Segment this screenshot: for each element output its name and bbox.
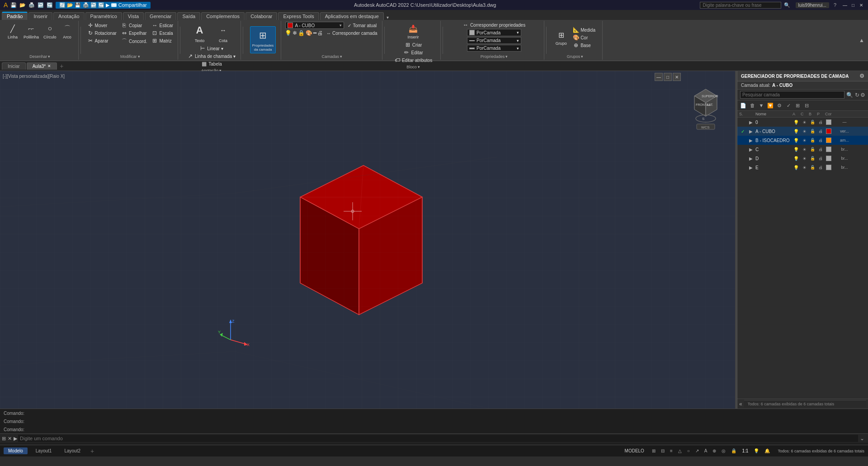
layer-freeze-c[interactable]: ☀ [801, 147, 808, 152]
btn-editar-atributos[interactable]: 🏷 Editar atributos [392, 57, 434, 64]
layer-print-d[interactable]: 🖨 [817, 156, 824, 161]
layer-search-input[interactable] [740, 91, 844, 99]
tab-padrao[interactable]: Padrão [2, 12, 28, 20]
status-workspace-btn[interactable]: 🔔 [763, 448, 771, 454]
minimize-btn[interactable]: — [842, 2, 848, 8]
btn-concord[interactable]: ⌒ Concord. [119, 37, 149, 46]
maximize-btn[interactable]: □ [850, 2, 856, 8]
tab-express[interactable]: Express Tools [278, 12, 319, 20]
tab-layout1[interactable]: Layout1 [31, 447, 57, 454]
tab-layout2[interactable]: Layout2 [60, 447, 85, 454]
layer-print-e[interactable]: 🖨 [817, 165, 824, 170]
ribbon-overflow[interactable]: ▾ [387, 15, 389, 20]
layer-expand-0[interactable]: ▶ [747, 120, 755, 125]
group-camadas-expand[interactable]: ▾ [340, 54, 342, 59]
btn-corresponder-camada[interactable]: ↔ Corresponder camada [325, 30, 379, 36]
layer-name-0[interactable]: 0 [755, 120, 792, 125]
layer-lock-d[interactable]: 🔓 [809, 156, 816, 161]
layer-lock-c[interactable]: 🔓 [809, 147, 816, 152]
tab-gerenciar[interactable]: Gerenciar [145, 12, 176, 20]
layer-color-biso[interactable] [825, 138, 832, 143]
status-ortho-btn[interactable]: ≡ [669, 448, 674, 454]
btn-tornar-atual[interactable]: ✓ Tornar atual [346, 23, 378, 29]
prop-corresponder-label[interactable]: Corresponder propriedades [470, 23, 525, 28]
user-badge[interactable]: luis99henrui... [796, 2, 829, 8]
layer-vis-icon[interactable]: 💡 [285, 30, 292, 36]
group-desenhar-expand[interactable]: ▾ [48, 54, 50, 59]
group-desenhar-label[interactable]: Desenhar ▾ [5, 54, 75, 59]
layer-row-0[interactable]: ▶ 0 💡 ☀ 🔓 🖨 — [737, 118, 868, 127]
layer-row-c[interactable]: ▶ C 💡 ☀ 🔓 🖨 br... [737, 145, 868, 154]
layer-refresh-icon[interactable]: ↻ [855, 92, 859, 98]
group-bloco-expand[interactable]: ▾ [418, 65, 420, 69]
tab-colaborar[interactable]: Colaborar [245, 12, 277, 20]
layer-expand-e[interactable]: ▶ [747, 165, 755, 170]
layer-expand-biso[interactable]: ▶ [747, 138, 755, 143]
tab-inserir[interactable]: Inserir [28, 12, 52, 20]
layer-row-d[interactable]: ▶ D 💡 ☀ 🔓 🖨 br... [737, 154, 868, 163]
quick-access-share[interactable]: 🔄 📂 💾 🖨️ ↩️ ↪️ ▶ ✉️ Compartilhar [56, 2, 150, 9]
status-snap-btn[interactable]: ⊟ [660, 448, 666, 454]
btn-criar[interactable]: ⊞ Criar [403, 41, 424, 48]
layer-on-0[interactable]: 💡 [793, 120, 800, 125]
command-input-end[interactable]: ⌄ [858, 435, 866, 442]
layer-on-e[interactable]: 💡 [793, 165, 800, 170]
layer-freeze-icon[interactable]: ❄ [292, 30, 297, 36]
btn-espelhar[interactable]: ⇔ Espelhar [119, 29, 149, 37]
layer-print-biso[interactable]: 🖨 [817, 138, 824, 143]
btn-copiar[interactable]: ⎘ Copiar [119, 22, 149, 29]
layer-color-d[interactable] [825, 156, 832, 161]
btn-esticar[interactable]: ↔ Esticar [150, 22, 175, 29]
group-propriedades-label[interactable]: Propriedades ▾ [448, 54, 541, 59]
porcamada-3-arrow[interactable]: ▾ [517, 46, 519, 51]
layer-lock-e[interactable]: 🔓 [809, 165, 816, 170]
layer-expand-btn[interactable]: ⊞ [793, 101, 802, 109]
search-input[interactable] [700, 2, 781, 9]
layer-color-e[interactable] [825, 165, 832, 170]
btn-linear[interactable]: ⊢ Linear ▾ [198, 45, 225, 52]
tab-aula3[interactable]: Aula3* ✕ [27, 62, 57, 70]
layer-freeze-acubo[interactable]: ☀ [801, 129, 808, 134]
tab-saida[interactable]: Saída [177, 12, 200, 20]
layer-expand-acubo[interactable]: ▶ [747, 129, 755, 134]
porcamada-dropdown-3[interactable]: PorCamada ▾ [467, 45, 521, 52]
layer-name-biso[interactable]: B - ISOCAEDRO [755, 138, 792, 143]
layer-print-icon[interactable]: 🖨 [317, 30, 323, 36]
porcamada-2-arrow[interactable]: ▾ [517, 38, 519, 43]
layer-new-btn[interactable]: 📄 [739, 101, 747, 109]
command-text-input[interactable] [18, 435, 858, 442]
btn-cor[interactable]: 🎨 Cor [571, 34, 597, 41]
layer-color-0[interactable] [825, 119, 832, 125]
layer-freeze-d[interactable]: ☀ [801, 156, 808, 161]
layer-row-acubo[interactable]: ✓ ▶ A - CUBO 💡 ☀ 🔓 🖨 ver... [737, 127, 868, 136]
btn-polilinha[interactable]: ⌐⌐ Polilinha [22, 22, 41, 41]
btn-aparar[interactable]: ✂ Aparar [85, 37, 118, 44]
quick-access-print[interactable]: 🖨️ [28, 2, 35, 8]
quick-access-redo[interactable]: ↪️ [47, 2, 53, 8]
porcamada-dropdown-1[interactable]: PorCamada ▾ [467, 29, 521, 36]
layer-filter2-btn[interactable]: 🔽 [766, 101, 774, 109]
btn-rotacionar[interactable]: ↻ Rotacionar [85, 29, 118, 37]
btn-editar[interactable]: ✏ Editar [401, 49, 425, 56]
layer-name-acubo[interactable]: A - CUBO [755, 129, 792, 134]
status-scale-btn[interactable]: 1:1 [741, 448, 750, 454]
status-dyn-btn[interactable]: ⊕ [711, 448, 717, 454]
btn-mover[interactable]: ✛ Mover [85, 22, 118, 29]
add-tab-btn[interactable]: + [58, 62, 65, 70]
collapse-panel-left[interactable]: « [739, 401, 742, 407]
porcamada-1-arrow[interactable]: ▾ [517, 30, 519, 35]
btn-grupo[interactable]: ⊞ Grupo [553, 28, 569, 47]
canvas-area[interactable]: [-][Vista personalizada][Raio X] — □ ✕ [0, 71, 735, 409]
quick-access-save[interactable]: 💾 [10, 2, 17, 8]
quick-access-undo[interactable]: ↩️ [38, 2, 44, 8]
tab-complementos[interactable]: Complementos [201, 12, 245, 20]
status-lweight-btn[interactable]: ◎ [720, 448, 727, 454]
btn-medida[interactable]: 📐 Medida [571, 26, 597, 33]
btn-cota[interactable]: ↔ Cota [212, 22, 234, 44]
btn-propriedades-camada[interactable]: ⊞ Propriedadesda camada [250, 26, 276, 53]
group-modificar-label[interactable]: Modificar ▾ [85, 54, 175, 59]
layer-print-acubo[interactable]: 🖨 [817, 129, 824, 133]
status-tp-btn[interactable]: 🔒 [730, 448, 738, 454]
group-modificar-expand[interactable]: ▾ [138, 54, 140, 59]
status-polar-btn[interactable]: △ [677, 448, 683, 454]
